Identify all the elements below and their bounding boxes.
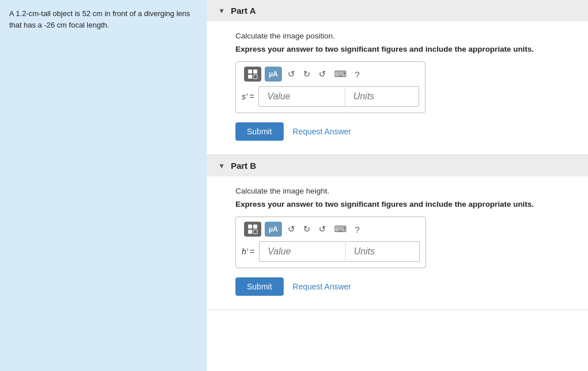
part-b-header[interactable]: ▼ Part B xyxy=(207,155,588,176)
part-a-chevron-icon: ▼ xyxy=(218,7,225,15)
part-a-actions: Submit Request Answer xyxy=(235,122,571,141)
part-b-variable-label: h’ = xyxy=(242,247,254,256)
part-b-keyboard-button[interactable]: ⌨ xyxy=(332,223,349,235)
grid-icon-b xyxy=(247,224,258,234)
mu-label-b: μA xyxy=(269,225,278,233)
part-b-help-button[interactable]: ? xyxy=(353,223,362,235)
part-b-grid-button[interactable] xyxy=(244,222,261,237)
part-a-bold-instruction: Express your answer to two significant f… xyxy=(235,45,571,53)
svg-rect-0 xyxy=(248,69,252,74)
part-a-instruction: Calculate the image position. xyxy=(235,32,571,40)
part-b-submit-button[interactable]: Submit xyxy=(235,277,284,296)
svg-rect-1 xyxy=(253,69,257,74)
svg-rect-3 xyxy=(253,75,257,79)
problem-statement: A 1.2-cm-tall object is 52 cm in front o… xyxy=(0,0,207,371)
part-b-section: ▼ Part B Calculate the image height. Exp… xyxy=(207,155,588,310)
svg-rect-6 xyxy=(248,230,252,234)
part-a-content: Calculate the image position. Express yo… xyxy=(207,21,588,154)
part-a-title: Part A xyxy=(231,6,256,16)
part-a-redo-button[interactable]: ↻ xyxy=(301,68,313,80)
part-a-help-button[interactable]: ? xyxy=(353,68,362,80)
part-a-variable-label: s’ = xyxy=(242,92,254,101)
part-b-units-input[interactable] xyxy=(345,241,420,262)
part-a-submit-button[interactable]: Submit xyxy=(235,122,284,141)
svg-rect-5 xyxy=(253,225,257,229)
part-b-actions: Submit Request Answer xyxy=(235,277,571,296)
part-a-toolbar: μA ↺ ↻ ↺ ⌨ ? xyxy=(242,67,419,82)
part-b-bold-instruction: Express your answer to two significant f… xyxy=(235,200,571,208)
grid-icon xyxy=(247,69,258,79)
part-a-value-input[interactable] xyxy=(258,86,345,107)
part-b-redo-button[interactable]: ↻ xyxy=(301,223,313,235)
problem-text: A 1.2-cm-tall object is 52 cm in front o… xyxy=(9,9,190,29)
part-b-mu-button[interactable]: μA xyxy=(265,222,282,237)
part-b-value-input[interactable] xyxy=(259,241,345,262)
part-a-refresh-button[interactable]: ↺ xyxy=(316,68,328,80)
part-b-input-row: h’ = xyxy=(242,241,420,262)
svg-rect-7 xyxy=(253,230,257,234)
part-b-title: Part B xyxy=(231,161,256,171)
part-a-undo-button[interactable]: ↺ xyxy=(285,68,297,80)
part-a-grid-button[interactable] xyxy=(244,67,261,82)
part-a-input-row: s’ = xyxy=(242,86,419,107)
part-a-answer-box: μA ↺ ↻ ↺ ⌨ ? s’ = xyxy=(235,61,425,113)
svg-rect-4 xyxy=(248,225,252,229)
part-a-section: ▼ Part A Calculate the image position. E… xyxy=(207,0,588,155)
part-a-mu-button[interactable]: μA xyxy=(265,67,282,82)
right-panel: ▼ Part A Calculate the image position. E… xyxy=(207,0,588,371)
part-b-refresh-button[interactable]: ↺ xyxy=(316,223,328,235)
part-b-undo-button[interactable]: ↺ xyxy=(285,223,297,235)
part-b-toolbar: μA ↺ ↻ ↺ ⌨ ? xyxy=(242,222,420,237)
mu-label: μA xyxy=(269,70,278,78)
part-b-content: Calculate the image height. Express your… xyxy=(207,176,588,310)
part-a-keyboard-button[interactable]: ⌨ xyxy=(332,68,349,80)
part-b-request-link[interactable]: Request Answer xyxy=(293,282,351,291)
part-a-units-input[interactable] xyxy=(345,86,419,107)
part-b-chevron-icon: ▼ xyxy=(218,162,225,170)
part-b-answer-box: μA ↺ ↻ ↺ ⌨ ? h’ = xyxy=(235,217,426,268)
part-a-request-link[interactable]: Request Answer xyxy=(293,127,351,136)
part-b-instruction: Calculate the image height. xyxy=(235,187,571,195)
part-a-header[interactable]: ▼ Part A xyxy=(207,0,588,21)
svg-rect-2 xyxy=(248,75,252,79)
